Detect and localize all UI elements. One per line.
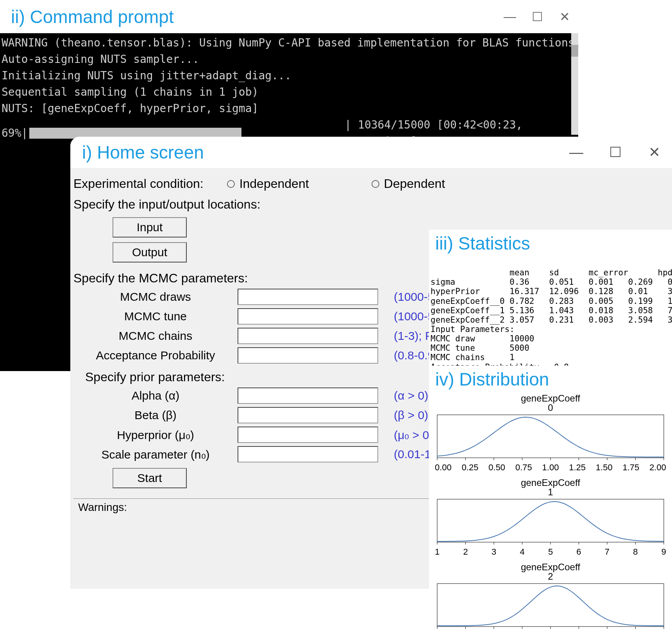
tick-label: 0.25 (462, 462, 479, 473)
tick-label: 1.75 (622, 462, 639, 473)
cmd-line: NUTS: [geneExpCoeff, hyperPrior, sigma] (2, 100, 570, 117)
tick-label: 1.00 (542, 462, 559, 473)
input-params-label: Input Parameters: (431, 325, 515, 334)
output-button[interactable]: Output (113, 242, 187, 262)
input-button[interactable]: Input (113, 217, 187, 237)
tick-label: 1.25 (569, 462, 586, 473)
svg-rect-20 (437, 584, 664, 627)
mcmc-tune-label: MCMC tune (73, 310, 238, 323)
home-titlebar: i) Home screen — ☐ ✕ (70, 137, 672, 168)
alpha-label: Alpha (α) (73, 389, 238, 402)
beta-hint: (β > 0); (394, 409, 431, 422)
stats-row: geneExpCoeff__1 5.136 1.043 0.018 3.058 … (431, 306, 672, 315)
mcmc-draws-label: MCMC draws (73, 290, 238, 304)
mcmc-chains-hint: (1-3); F (394, 329, 432, 343)
radio-independent[interactable] (227, 180, 235, 188)
tick-label: 6 (576, 547, 581, 557)
tick-label: 0.75 (515, 462, 532, 473)
scale-param-hint: (0.01-1 (394, 448, 431, 461)
hyperprior-input[interactable] (238, 427, 378, 443)
start-button[interactable]: Start (113, 468, 187, 488)
cmd-scrollbar-thumb[interactable] (571, 45, 578, 57)
tick-label: 0.00 (435, 462, 452, 473)
chart-subtitle: 0 (429, 402, 672, 413)
tick-label: 7 (605, 547, 609, 557)
close-icon[interactable]: ✕ (559, 11, 570, 23)
svg-rect-0 (437, 415, 664, 458)
home-panel-label: i) Home screen (82, 142, 204, 163)
minimize-icon[interactable]: — (570, 146, 582, 158)
distribution-chart-2: geneExpCoeff 2 2.002.252.502.753.003.253… (429, 562, 672, 632)
dist-panel-label: iv) Distribution (429, 366, 672, 393)
input-param-row: MCMC draw 10000 (431, 334, 534, 343)
tick-label: 0.50 (488, 462, 505, 473)
cmd-window-controls: — ☐ ✕ (504, 11, 570, 23)
chart-xticks: 123456789 (433, 546, 668, 557)
tick-label: 2 (463, 547, 468, 557)
chart-xticks: 2.002.252.502.753.003.253.503.754.00 (433, 630, 668, 632)
stats-row: hyperPrior 16.317 12.096 0.128 0.01 39.1… (431, 287, 672, 296)
distribution-chart-1: geneExpCoeff 1 123456789 (429, 477, 672, 557)
alpha-hint: (α > 0); (394, 389, 432, 402)
distribution-panel: iv) Distribution geneExpCoeff 0 0.000.25… (429, 366, 672, 632)
hyperprior-label: Hyperprior (μ₀) (73, 428, 238, 442)
stats-row: geneExpCoeff__2 3.057 0.231 0.003 2.594 … (431, 315, 672, 325)
tick-label: 1.50 (596, 462, 613, 473)
input-param-row: MCMC tune 5000 (431, 343, 529, 353)
chart-svg (433, 498, 668, 546)
chart-xticks: 0.000.250.500.751.001.251.501.752.00 (433, 462, 668, 473)
stats-row: geneExpCoeff__0 0.782 0.283 0.005 0.199 … (431, 296, 672, 306)
minimize-icon[interactable]: — (504, 11, 516, 23)
radio-independent-label: Independent (239, 177, 309, 191)
chart-svg (433, 414, 668, 462)
cmd-line: Initializing NUTS using jitter+adapt_dia… (2, 68, 570, 84)
scale-param-input[interactable] (238, 446, 378, 462)
acceptance-prob-input[interactable] (238, 347, 378, 364)
experimental-condition-label: Experimental condition: (73, 177, 204, 191)
mcmc-draws-input[interactable] (238, 289, 378, 305)
stats-output: mean sd mc_error hpd_2.5 hpd_97.5 sigma … (429, 257, 672, 383)
tick-label: 2.00 (649, 462, 666, 473)
stats-header: mean sd mc_error hpd_2.5 hpd_97.5 (431, 268, 672, 277)
scale-param-label: Scale parameter (n₀) (73, 448, 238, 461)
beta-label: Beta (β) (73, 409, 238, 422)
mcmc-chains-input[interactable] (238, 328, 378, 344)
radio-dependent[interactable] (372, 180, 379, 188)
chart-subtitle: 1 (429, 487, 672, 498)
stats-row: sigma 0.36 0.051 0.001 0.269 0.46 (431, 277, 672, 287)
beta-input[interactable] (238, 407, 378, 423)
acceptance-prob-label: Acceptance Probability (73, 349, 238, 362)
input-param-row: MCMC chains 1 (431, 353, 515, 362)
cmd-panel-label: ii) Command prompt (11, 6, 174, 27)
maximize-icon[interactable]: ☐ (531, 11, 543, 23)
mcmc-draws-hint: (1000-5 (394, 290, 434, 304)
mcmc-chains-label: MCMC chains (73, 329, 238, 343)
cmd-line: Sequential sampling (1 chains in 1 job) (2, 84, 570, 100)
statistics-panel: iii) Statistics mean sd mc_error hpd_2.5… (429, 230, 672, 383)
io-section-label: Specify the input/output locations: (73, 197, 669, 212)
svg-rect-10 (437, 499, 664, 542)
progress-percent: 69% (2, 125, 21, 141)
radio-dependent-label: Dependent (384, 177, 445, 191)
acceptance-prob-hint: (0.8-0.9 (394, 349, 434, 362)
tick-label: 8 (633, 547, 638, 557)
mcmc-tune-input[interactable] (238, 308, 378, 325)
cmd-line: WARNING (theano.tensor.blas): Using NumP… (2, 35, 570, 51)
hyperprior-hint: (μ₀ > 0 (394, 428, 429, 442)
tick-label: 3 (491, 547, 496, 557)
alpha-input[interactable] (238, 387, 378, 404)
distribution-chart-0: geneExpCoeff 0 0.000.250.500.751.001.251… (429, 393, 672, 473)
warnings-label: Warnings: (77, 501, 129, 514)
tick-label: 1 (435, 547, 440, 557)
tick-label: 4 (520, 547, 524, 557)
chart-svg (433, 583, 668, 630)
close-icon[interactable]: ✕ (649, 146, 660, 158)
home-window-controls: — ☐ ✕ (570, 146, 660, 158)
maximize-icon[interactable]: ☐ (609, 146, 621, 158)
stats-panel-label: iii) Statistics (429, 230, 536, 257)
mcmc-tune-hint: (1000-5 (394, 310, 434, 323)
chart-subtitle: 2 (429, 571, 672, 582)
cmd-titlebar: ii) Command prompt — ☐ ✕ (0, 0, 578, 33)
cmd-line: Auto-assigning NUTS sampler... (2, 51, 570, 68)
tick-label: 9 (661, 547, 666, 557)
